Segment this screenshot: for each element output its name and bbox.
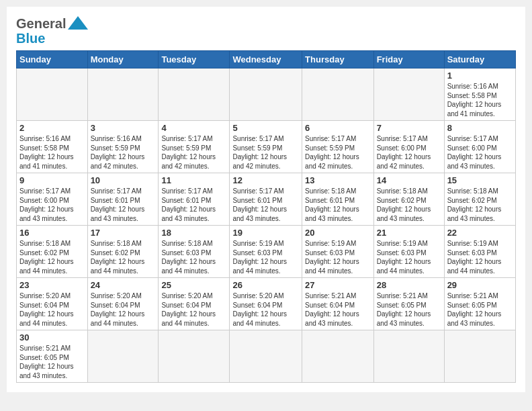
calendar-cell (159, 68, 230, 121)
day-number: 23 (19, 280, 85, 290)
day-info: Sunrise: 5:18 AM Sunset: 6:02 PM Dayligh… (91, 239, 156, 275)
calendar-cell: 18Sunrise: 5:18 AM Sunset: 6:03 PM Dayli… (159, 226, 230, 278)
day-number: 4 (161, 123, 226, 133)
calendar-cell (373, 68, 444, 121)
calendar-cell: 13Sunrise: 5:18 AM Sunset: 6:01 PM Dayli… (302, 173, 374, 226)
day-number: 14 (377, 175, 441, 185)
day-info: Sunrise: 5:18 AM Sunset: 6:02 PM Dayligh… (447, 187, 513, 223)
day-number: 19 (232, 228, 299, 238)
day-info: Sunrise: 5:21 AM Sunset: 6:05 PM Dayligh… (19, 344, 85, 380)
day-info: Sunrise: 5:19 AM Sunset: 6:03 PM Dayligh… (232, 239, 299, 275)
day-info: Sunrise: 5:16 AM Sunset: 5:59 PM Dayligh… (91, 134, 156, 171)
day-info: Sunrise: 5:20 AM Sunset: 6:04 PM Dayligh… (91, 291, 156, 328)
calendar-cell: 9Sunrise: 5:17 AM Sunset: 6:00 PM Daylig… (17, 173, 88, 226)
calendar-cell: 10Sunrise: 5:17 AM Sunset: 6:01 PM Dayli… (87, 173, 159, 226)
calendar-cell: 1Sunrise: 5:16 AM Sunset: 5:58 PM Daylig… (444, 68, 515, 121)
day-number: 28 (377, 280, 441, 290)
weekday-header-monday: Monday (87, 51, 159, 68)
day-number: 26 (232, 280, 299, 290)
calendar-cell (373, 330, 444, 383)
day-info: Sunrise: 5:17 AM Sunset: 6:01 PM Dayligh… (161, 187, 226, 223)
day-info: Sunrise: 5:18 AM Sunset: 6:02 PM Dayligh… (19, 239, 85, 275)
day-number: 15 (447, 175, 513, 185)
calendar-cell: 27Sunrise: 5:21 AM Sunset: 6:04 PM Dayli… (302, 278, 374, 330)
calendar-cell: 2Sunrise: 5:16 AM Sunset: 5:58 PM Daylig… (17, 121, 88, 173)
day-number: 13 (305, 175, 371, 185)
day-info: Sunrise: 5:18 AM Sunset: 6:01 PM Dayligh… (305, 187, 371, 223)
calendar-cell (444, 330, 515, 383)
weekday-header-friday: Friday (373, 51, 444, 68)
day-number: 1 (447, 71, 513, 81)
calendar-cell (17, 68, 88, 121)
calendar-cell: 29Sunrise: 5:21 AM Sunset: 6:05 PM Dayli… (444, 278, 515, 330)
day-info: Sunrise: 5:16 AM Sunset: 5:58 PM Dayligh… (19, 134, 85, 171)
calendar-cell: 5Sunrise: 5:17 AM Sunset: 5:59 PM Daylig… (230, 121, 302, 173)
header: General Blue (16, 13, 516, 46)
calendar-week-row: 2Sunrise: 5:16 AM Sunset: 5:58 PM Daylig… (17, 121, 516, 173)
day-info: Sunrise: 5:19 AM Sunset: 6:03 PM Dayligh… (377, 239, 441, 275)
calendar-cell: 3Sunrise: 5:16 AM Sunset: 5:59 PM Daylig… (87, 121, 159, 173)
day-info: Sunrise: 5:17 AM Sunset: 6:00 PM Dayligh… (377, 134, 441, 171)
calendar-cell: 11Sunrise: 5:17 AM Sunset: 6:01 PM Dayli… (159, 173, 230, 226)
calendar-cell (87, 68, 159, 121)
day-number: 25 (161, 280, 226, 290)
calendar-cell: 19Sunrise: 5:19 AM Sunset: 6:03 PM Dayli… (230, 226, 302, 278)
calendar-cell (230, 330, 302, 383)
calendar-cell: 26Sunrise: 5:20 AM Sunset: 6:04 PM Dayli… (230, 278, 302, 330)
day-number: 7 (377, 123, 441, 133)
calendar-cell: 15Sunrise: 5:18 AM Sunset: 6:02 PM Dayli… (444, 173, 515, 226)
calendar-cell: 20Sunrise: 5:19 AM Sunset: 6:03 PM Dayli… (302, 226, 374, 278)
calendar-week-row: 30Sunrise: 5:21 AM Sunset: 6:05 PM Dayli… (17, 330, 516, 383)
day-number: 18 (161, 228, 226, 238)
weekday-header-row: SundayMondayTuesdayWednesdayThursdayFrid… (17, 51, 516, 68)
calendar-week-row: 9Sunrise: 5:17 AM Sunset: 6:00 PM Daylig… (17, 173, 516, 226)
day-info: Sunrise: 5:19 AM Sunset: 6:03 PM Dayligh… (305, 239, 371, 275)
day-number: 9 (19, 175, 85, 185)
day-number: 6 (305, 123, 371, 133)
day-number: 24 (91, 280, 156, 290)
day-info: Sunrise: 5:20 AM Sunset: 6:04 PM Dayligh… (19, 291, 85, 328)
day-info: Sunrise: 5:17 AM Sunset: 5:59 PM Dayligh… (232, 134, 299, 171)
day-number: 22 (447, 228, 513, 238)
page: General Blue SundayMondayTuesdayWednesda… (7, 7, 525, 392)
calendar-cell: 14Sunrise: 5:18 AM Sunset: 6:02 PM Dayli… (373, 173, 444, 226)
weekday-header-thursday: Thursday (302, 51, 374, 68)
day-number: 11 (161, 175, 226, 185)
calendar-cell: 12Sunrise: 5:17 AM Sunset: 6:01 PM Dayli… (230, 173, 302, 226)
day-info: Sunrise: 5:17 AM Sunset: 6:00 PM Dayligh… (447, 134, 513, 171)
calendar-cell: 7Sunrise: 5:17 AM Sunset: 6:00 PM Daylig… (373, 121, 444, 173)
day-info: Sunrise: 5:16 AM Sunset: 5:58 PM Dayligh… (447, 82, 513, 118)
day-number: 30 (19, 332, 85, 342)
day-info: Sunrise: 5:17 AM Sunset: 6:00 PM Dayligh… (19, 187, 85, 223)
day-info: Sunrise: 5:18 AM Sunset: 6:02 PM Dayligh… (377, 187, 441, 223)
calendar-cell (302, 330, 374, 383)
day-number: 3 (91, 123, 156, 133)
day-info: Sunrise: 5:17 AM Sunset: 6:01 PM Dayligh… (232, 187, 299, 223)
calendar-cell (87, 330, 159, 383)
logo-triangle-icon (68, 13, 88, 31)
weekday-header-saturday: Saturday (444, 51, 515, 68)
calendar-cell (230, 68, 302, 121)
day-number: 20 (305, 228, 371, 238)
calendar-cell: 30Sunrise: 5:21 AM Sunset: 6:05 PM Dayli… (17, 330, 88, 383)
calendar: SundayMondayTuesdayWednesdayThursdayFrid… (16, 50, 516, 383)
day-number: 17 (91, 228, 156, 238)
day-info: Sunrise: 5:20 AM Sunset: 6:04 PM Dayligh… (161, 291, 226, 328)
logo: General Blue (16, 13, 88, 46)
weekday-header-sunday: Sunday (17, 51, 88, 68)
day-info: Sunrise: 5:17 AM Sunset: 5:59 PM Dayligh… (305, 134, 371, 171)
logo-blue-text: Blue (16, 31, 45, 46)
weekday-header-tuesday: Tuesday (159, 51, 230, 68)
calendar-cell: 4Sunrise: 5:17 AM Sunset: 5:59 PM Daylig… (159, 121, 230, 173)
calendar-cell: 8Sunrise: 5:17 AM Sunset: 6:00 PM Daylig… (444, 121, 515, 173)
calendar-week-row: 23Sunrise: 5:20 AM Sunset: 6:04 PM Dayli… (17, 278, 516, 330)
day-number: 10 (91, 175, 156, 185)
day-number: 12 (232, 175, 299, 185)
calendar-cell (302, 68, 374, 121)
calendar-week-row: 1Sunrise: 5:16 AM Sunset: 5:58 PM Daylig… (17, 68, 516, 121)
day-number: 21 (377, 228, 441, 238)
day-info: Sunrise: 5:17 AM Sunset: 5:59 PM Dayligh… (161, 134, 226, 171)
day-number: 16 (19, 228, 85, 238)
svg-marker-0 (68, 16, 88, 30)
calendar-cell: 16Sunrise: 5:18 AM Sunset: 6:02 PM Dayli… (17, 226, 88, 278)
